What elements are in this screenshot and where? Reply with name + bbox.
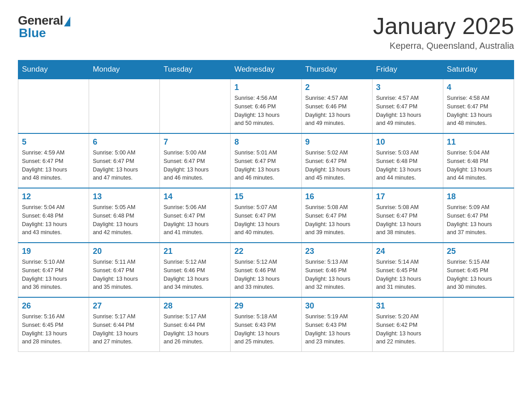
calendar-cell: 20Sunrise: 5:11 AMSunset: 6:47 PMDayligh… <box>89 243 160 297</box>
day-header-tuesday: Tuesday <box>160 60 231 79</box>
calendar-cell: 13Sunrise: 5:05 AMSunset: 6:48 PMDayligh… <box>89 188 160 243</box>
week-row-5: 26Sunrise: 5:16 AMSunset: 6:45 PMDayligh… <box>18 297 514 352</box>
day-number: 9 <box>305 137 369 147</box>
title-block: January 2025 Keperra, Queensland, Austra… <box>373 13 514 51</box>
day-number: 14 <box>163 192 227 201</box>
calendar-cell: 31Sunrise: 5:20 AMSunset: 6:42 PMDayligh… <box>372 297 443 352</box>
calendar-header-row: SundayMondayTuesdayWednesdayThursdayFrid… <box>18 60 514 79</box>
day-number: 25 <box>447 247 510 256</box>
day-info: Sunrise: 4:57 AMSunset: 6:46 PMDaylight:… <box>305 94 369 128</box>
day-info: Sunrise: 4:59 AMSunset: 6:47 PMDaylight:… <box>22 149 85 182</box>
calendar-cell: 15Sunrise: 5:07 AMSunset: 6:47 PMDayligh… <box>231 188 301 243</box>
calendar-cell: 7Sunrise: 5:00 AMSunset: 6:47 PMDaylight… <box>160 133 231 188</box>
day-info: Sunrise: 5:05 AMSunset: 6:48 PMDaylight:… <box>93 203 156 237</box>
day-number: 27 <box>93 301 156 311</box>
calendar-cell: 18Sunrise: 5:09 AMSunset: 6:47 PMDayligh… <box>443 188 514 243</box>
calendar-cell: 26Sunrise: 5:16 AMSunset: 6:45 PMDayligh… <box>18 297 89 352</box>
calendar-cell <box>18 79 89 133</box>
calendar-cell <box>443 297 514 352</box>
day-info: Sunrise: 5:00 AMSunset: 6:47 PMDaylight:… <box>93 149 156 182</box>
calendar-cell: 8Sunrise: 5:01 AMSunset: 6:47 PMDaylight… <box>231 133 301 188</box>
day-number: 15 <box>234 192 297 201</box>
page-header: General Blue January 2025 Keperra, Queen… <box>18 13 514 51</box>
day-info: Sunrise: 5:20 AMSunset: 6:42 PMDaylight:… <box>376 313 439 346</box>
day-number: 2 <box>305 83 369 92</box>
day-header-friday: Friday <box>372 60 443 79</box>
month-title: January 2025 <box>373 13 514 39</box>
calendar-cell: 23Sunrise: 5:13 AMSunset: 6:46 PMDayligh… <box>301 243 372 297</box>
day-number: 17 <box>376 192 439 201</box>
calendar-cell <box>160 79 231 133</box>
day-info: Sunrise: 5:06 AMSunset: 6:47 PMDaylight:… <box>163 203 227 237</box>
logo: General Blue <box>18 13 70 40</box>
calendar-cell: 21Sunrise: 5:12 AMSunset: 6:46 PMDayligh… <box>160 243 231 297</box>
day-number: 11 <box>447 137 510 147</box>
day-info: Sunrise: 5:18 AMSunset: 6:43 PMDaylight:… <box>234 313 297 346</box>
calendar-cell: 5Sunrise: 4:59 AMSunset: 6:47 PMDaylight… <box>18 133 89 188</box>
calendar-cell: 9Sunrise: 5:02 AMSunset: 6:47 PMDaylight… <box>301 133 372 188</box>
calendar-cell: 11Sunrise: 5:04 AMSunset: 6:48 PMDayligh… <box>443 133 514 188</box>
day-number: 8 <box>234 137 297 147</box>
calendar-cell: 6Sunrise: 5:00 AMSunset: 6:47 PMDaylight… <box>89 133 160 188</box>
calendar-cell: 27Sunrise: 5:17 AMSunset: 6:44 PMDayligh… <box>89 297 160 352</box>
day-number: 10 <box>376 137 439 147</box>
week-row-1: 1Sunrise: 4:56 AMSunset: 6:46 PMDaylight… <box>18 79 514 133</box>
calendar-cell: 2Sunrise: 4:57 AMSunset: 6:46 PMDaylight… <box>301 79 372 133</box>
day-header-wednesday: Wednesday <box>231 60 301 79</box>
day-header-thursday: Thursday <box>301 60 372 79</box>
calendar-cell: 22Sunrise: 5:12 AMSunset: 6:46 PMDayligh… <box>231 243 301 297</box>
day-number: 18 <box>447 192 510 201</box>
calendar-cell: 28Sunrise: 5:17 AMSunset: 6:44 PMDayligh… <box>160 297 231 352</box>
day-info: Sunrise: 4:57 AMSunset: 6:47 PMDaylight:… <box>376 94 439 128</box>
day-number: 5 <box>22 137 85 147</box>
day-info: Sunrise: 5:17 AMSunset: 6:44 PMDaylight:… <box>163 313 227 346</box>
day-info: Sunrise: 5:15 AMSunset: 6:45 PMDaylight:… <box>447 258 510 291</box>
day-info: Sunrise: 5:00 AMSunset: 6:47 PMDaylight:… <box>163 149 227 182</box>
day-info: Sunrise: 5:03 AMSunset: 6:48 PMDaylight:… <box>376 149 439 182</box>
day-number: 22 <box>234 247 297 256</box>
day-number: 6 <box>93 137 156 147</box>
day-info: Sunrise: 5:16 AMSunset: 6:45 PMDaylight:… <box>22 313 85 346</box>
week-row-4: 19Sunrise: 5:10 AMSunset: 6:47 PMDayligh… <box>18 243 514 297</box>
day-header-sunday: Sunday <box>18 60 89 79</box>
day-number: 29 <box>234 301 297 311</box>
day-header-saturday: Saturday <box>443 60 514 79</box>
day-number: 23 <box>305 247 369 256</box>
day-number: 3 <box>376 83 439 92</box>
calendar-cell: 16Sunrise: 5:08 AMSunset: 6:47 PMDayligh… <box>301 188 372 243</box>
day-number: 16 <box>305 192 369 201</box>
location-text: Keperra, Queensland, Australia <box>373 41 514 51</box>
calendar-cell: 1Sunrise: 4:56 AMSunset: 6:46 PMDaylight… <box>231 79 301 133</box>
day-info: Sunrise: 4:56 AMSunset: 6:46 PMDaylight:… <box>234 94 297 128</box>
day-number: 31 <box>376 301 439 311</box>
day-info: Sunrise: 5:08 AMSunset: 6:47 PMDaylight:… <box>376 203 439 237</box>
day-info: Sunrise: 5:04 AMSunset: 6:48 PMDaylight:… <box>22 203 85 237</box>
day-info: Sunrise: 5:19 AMSunset: 6:43 PMDaylight:… <box>305 313 369 346</box>
week-row-3: 12Sunrise: 5:04 AMSunset: 6:48 PMDayligh… <box>18 188 514 243</box>
day-info: Sunrise: 5:08 AMSunset: 6:47 PMDaylight:… <box>305 203 369 237</box>
week-row-2: 5Sunrise: 4:59 AMSunset: 6:47 PMDaylight… <box>18 133 514 188</box>
calendar-cell <box>89 79 160 133</box>
calendar-cell: 4Sunrise: 4:58 AMSunset: 6:47 PMDaylight… <box>443 79 514 133</box>
calendar-cell: 25Sunrise: 5:15 AMSunset: 6:45 PMDayligh… <box>443 243 514 297</box>
calendar-table: SundayMondayTuesdayWednesdayThursdayFrid… <box>18 60 514 352</box>
day-info: Sunrise: 5:12 AMSunset: 6:46 PMDaylight:… <box>234 258 297 291</box>
day-number: 30 <box>305 301 369 311</box>
day-number: 28 <box>163 301 227 311</box>
day-info: Sunrise: 5:01 AMSunset: 6:47 PMDaylight:… <box>234 149 297 182</box>
calendar-cell: 29Sunrise: 5:18 AMSunset: 6:43 PMDayligh… <box>231 297 301 352</box>
day-number: 24 <box>376 247 439 256</box>
calendar-cell: 12Sunrise: 5:04 AMSunset: 6:48 PMDayligh… <box>18 188 89 243</box>
calendar-cell: 24Sunrise: 5:14 AMSunset: 6:45 PMDayligh… <box>372 243 443 297</box>
calendar-cell: 10Sunrise: 5:03 AMSunset: 6:48 PMDayligh… <box>372 133 443 188</box>
day-info: Sunrise: 5:07 AMSunset: 6:47 PMDaylight:… <box>234 203 297 237</box>
day-number: 1 <box>234 83 297 92</box>
day-info: Sunrise: 5:04 AMSunset: 6:48 PMDaylight:… <box>447 149 510 182</box>
calendar-cell: 14Sunrise: 5:06 AMSunset: 6:47 PMDayligh… <box>160 188 231 243</box>
logo-triangle-icon <box>64 17 70 26</box>
day-info: Sunrise: 5:10 AMSunset: 6:47 PMDaylight:… <box>22 258 85 291</box>
day-number: 21 <box>163 247 227 256</box>
day-info: Sunrise: 4:58 AMSunset: 6:47 PMDaylight:… <box>447 94 510 128</box>
day-header-monday: Monday <box>89 60 160 79</box>
calendar-cell: 30Sunrise: 5:19 AMSunset: 6:43 PMDayligh… <box>301 297 372 352</box>
